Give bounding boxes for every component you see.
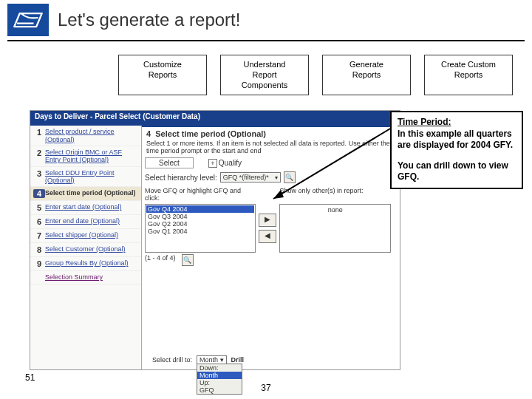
app-title: Days to Deliver - Parcel Select (Custome… <box>30 111 400 127</box>
step-heading: Select time period (Optional) <box>155 129 266 138</box>
step-5[interactable]: 5Enter start date (Optional) <box>30 201 141 215</box>
callout-title: Time Period: <box>398 117 451 127</box>
hierarchy-select[interactable]: GFQ *(filtered)* <box>220 172 281 183</box>
expand-icon[interactable]: + <box>208 159 217 168</box>
app-window: Days to Deliver - Parcel Select (Custome… <box>30 110 400 370</box>
callout-line1: In this example all quarters are display… <box>398 129 513 151</box>
page-title: Let's generate a report! <box>58 10 240 30</box>
drill-label: Select drill to: <box>152 356 192 364</box>
nav-customize[interactable]: Customize Reports <box>118 55 207 95</box>
drill-dropdown-open[interactable]: Down:MonthUp:GFQ <box>197 364 242 395</box>
list-item[interactable]: Gov Q4 2004 <box>146 205 254 213</box>
step-9[interactable]: 9Group Results By (Optional) <box>30 257 141 271</box>
steps-sidebar: 1Select product / service (Optional)2Sel… <box>30 126 142 369</box>
search-icon[interactable]: 🔍 <box>284 171 296 183</box>
drill-option[interactable]: Up: <box>197 379 242 386</box>
show-only-label: Show only other(s) in report: <box>279 188 390 204</box>
list-item[interactable]: Gov Q1 2004 <box>146 228 254 235</box>
step-8[interactable]: 8Select Customer (Optional) <box>30 243 141 257</box>
list-item[interactable]: Gov Q2 2004 <box>146 220 254 228</box>
nav-understand[interactable]: Understand Report Components <box>220 55 309 95</box>
step-heading-num: 4 <box>146 129 151 138</box>
step-1[interactable]: 1Select product / service (Optional) <box>30 126 141 146</box>
callout-box: Time Period: In this example all quarter… <box>390 111 523 189</box>
move-label: Move GFQ or highlight GFQ and click: <box>145 188 256 204</box>
move-right-button[interactable]: ▶ <box>259 214 276 227</box>
main-panel: 4 Select time period (Optional) Select 1… <box>145 127 398 367</box>
callout-line2: You can drill down to view GFQ. <box>398 160 508 183</box>
nav-generate[interactable]: Generate Reports <box>322 55 411 95</box>
step-6[interactable]: 6Enter end date (Optional) <box>30 215 141 229</box>
drill-button[interactable]: Drill <box>231 356 245 364</box>
tab-select[interactable]: Select <box>145 157 194 168</box>
corner-page: 51 <box>25 372 35 383</box>
nav-bar: Customize Reports Understand Report Comp… <box>118 55 532 95</box>
usps-logo <box>7 4 49 36</box>
step-summary[interactable]: Selection Summary <box>30 271 141 284</box>
none-label: none <box>280 206 389 214</box>
slide-number: 37 <box>0 383 532 393</box>
move-left-button[interactable]: ◀ <box>259 230 276 243</box>
drill-option[interactable]: Month <box>197 372 242 379</box>
step-7[interactable]: 7Select shipper (Optional) <box>30 229 141 243</box>
drill-option[interactable]: GFQ <box>197 386 242 394</box>
drill-option[interactable]: Down: <box>197 364 242 372</box>
step-4[interactable]: 4Select time period (Optional) <box>30 187 141 201</box>
available-list[interactable]: Gov Q4 2004Gov Q3 2004Gov Q2 2004Gov Q1 … <box>145 204 256 253</box>
search-icon-2[interactable]: 🔍 <box>182 254 194 266</box>
step-description: Select 1 or more items. If an item is no… <box>146 140 396 154</box>
tab-qualify[interactable]: Qualify <box>219 159 242 167</box>
hierarchy-label: Select hierarchy level: <box>145 174 217 182</box>
selected-list[interactable]: none <box>279 204 390 253</box>
list-item[interactable]: Gov Q3 2004 <box>146 213 254 220</box>
nav-create-custom[interactable]: Create Custom Reports <box>424 55 513 95</box>
step-2[interactable]: 2Select Origin BMC or ASF Entry Point (O… <box>30 146 141 167</box>
result-count: (1 - 4 of 4) <box>145 254 176 266</box>
step-3[interactable]: 3Select DDU Entry Point (Optional) <box>30 167 141 188</box>
drill-select[interactable]: Month ▾ Down:MonthUp:GFQ <box>197 355 227 364</box>
